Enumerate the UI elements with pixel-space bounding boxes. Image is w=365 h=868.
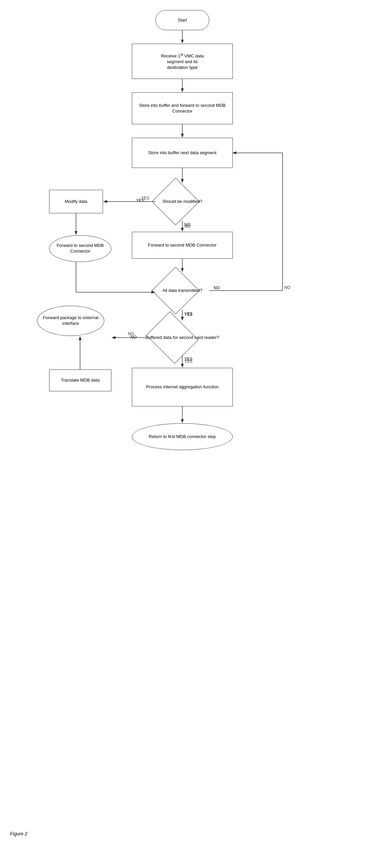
all-data-diamond-container: All data transmitted? <box>156 272 209 309</box>
no-label-modified: NO <box>184 222 190 227</box>
return-first-label: Return to first MDB connector step <box>149 434 216 440</box>
modified-diamond-container: Should be modified? <box>156 183 209 220</box>
forward-left-node: Forward to second MDB Connector <box>49 235 111 262</box>
no-label-alldata: NO <box>214 285 220 290</box>
forward-package-label: Forward package to external interface <box>37 315 104 327</box>
forward-package-node: Forward package to external interface <box>37 306 104 336</box>
receive-node: Receive 1st VMC datasegment and itsdesti… <box>132 44 233 79</box>
no-label-buffered: NO <box>131 335 137 340</box>
modify-data-label: Modify data <box>64 199 87 205</box>
return-first-node: Return to first MDB connector step <box>132 423 233 450</box>
start-label: Start <box>178 18 187 23</box>
modified-label: Should be modified? <box>163 199 202 205</box>
store-buffer-label: Store into buffer next data segment <box>148 150 217 156</box>
yes-label-buffered: YES <box>184 357 192 362</box>
translate-mdb-label: Translate MDB data <box>61 378 100 383</box>
all-data-label: All data transmitted? <box>163 288 202 293</box>
start-node: Start <box>156 10 209 30</box>
store-forward-node: Store into buffer and forward to second … <box>132 92 233 124</box>
process-internet-label: Process Internet aggregation function <box>146 384 219 390</box>
store-forward-label: Store into buffer and forward to second … <box>132 103 232 114</box>
process-internet-node: Process Internet aggregation function <box>132 368 233 406</box>
store-buffer-node: Store into buffer next data segment <box>132 138 233 168</box>
forward-right-label: Forward to second MDB Connector <box>148 243 217 248</box>
buffered-diamond-container: Buffered data for second card reader? <box>145 321 219 354</box>
translate-mdb-node: Translate MDB data <box>49 370 111 391</box>
forward-left-label: Forward to second MDB Connector <box>50 243 111 254</box>
yes-label-alldata: YES <box>184 312 192 316</box>
receive-label: Receive 1st VMC datasegment and itsdesti… <box>161 52 204 70</box>
forward-right-node: Forward to second MDB Connector <box>132 232 233 259</box>
figure-label: Figure 2 <box>10 831 27 836</box>
buffered-label: Buffered data for second card reader? <box>145 335 219 341</box>
modify-data-node: Modify data <box>49 190 103 213</box>
flowchart-diagram: Start Receive 1st VMC datasegment and it… <box>0 0 365 846</box>
yes-label-modified: YES <box>136 198 144 203</box>
